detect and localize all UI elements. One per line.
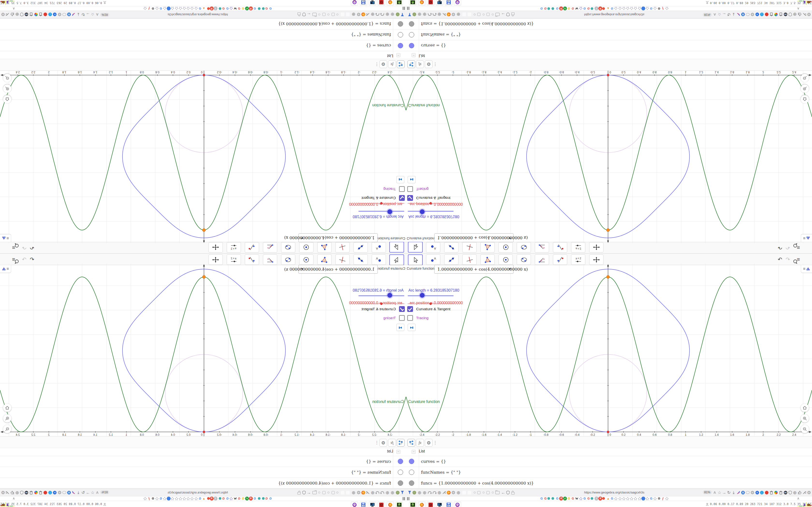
terminal-app-button[interactable] [396, 0, 403, 5]
visibility-toggle-funcs[interactable] [409, 481, 414, 486]
globe-icon[interactable]: ⊕ [390, 11, 395, 18]
tab-favicon[interactable]: Я [598, 497, 602, 501]
translate-icon[interactable]: A [95, 489, 100, 496]
gear-icon[interactable]: ⚙ [451, 11, 456, 18]
tab-favicon[interactable]: G [587, 6, 591, 10]
tab-favicon[interactable] [219, 497, 221, 500]
oval-icon[interactable] [62, 489, 67, 496]
globe-icon[interactable]: ⊕ [437, 489, 442, 496]
visibility-toggle-funcs[interactable] [398, 21, 403, 26]
url-text[interactable]: https://www.geogebra.org/classic/aagcxh3… [584, 11, 644, 18]
gear-icon[interactable]: ⚙ [1, 11, 5, 18]
arc-position-point[interactable] [203, 431, 205, 433]
expression-funcs[interactable]: funcs = {1.000000000000 + cos(4.00000000… [278, 478, 391, 489]
globe-icon[interactable]: ⊕ [417, 11, 422, 18]
terminal-app-button[interactable] [409, 0, 416, 5]
ud-icon[interactable]: UD [24, 489, 29, 496]
back-icon[interactable]: ← [306, 11, 311, 18]
tab-favicon[interactable]: ▲ [202, 497, 206, 501]
firefox-app-button[interactable] [418, 0, 425, 5]
tab-favicon[interactable] [547, 7, 550, 10]
tab-favicon[interactable] [174, 497, 179, 501]
zoom-in-button[interactable] [3, 414, 11, 422]
graph-canvas[interactable]: -2.4-2.2-2-1.8-1.6-1.4-1.2-1-0.8-0.6-0.4… [0, 71, 406, 253]
gauge-icon[interactable] [427, 11, 432, 18]
tab-favicon[interactable] [642, 6, 645, 10]
download-icon[interactable]: ⤓ [731, 489, 736, 496]
folder-icon[interactable] [495, 11, 500, 18]
tab-favicon[interactable] [633, 6, 638, 10]
function-dropdown[interactable]: 1.000000000000 + cos(4.000000000000 x) ▼ [298, 265, 378, 274]
tab-favicon[interactable]: G [587, 497, 591, 501]
tab-favicon[interactable]: f [147, 497, 151, 501]
tracing-checkbox[interactable] [399, 315, 405, 321]
tab-favicon[interactable]: G [221, 497, 225, 501]
curvature-max-point[interactable] [607, 229, 609, 231]
like-icon[interactable] [797, 11, 802, 18]
tab-favicon[interactable]: G [571, 497, 575, 501]
funnel-icon[interactable] [400, 489, 405, 496]
tab-favicon[interactable] [665, 6, 669, 10]
trash-icon[interactable] [29, 11, 34, 18]
expression-funcNames[interactable]: funcNames = {" "} [351, 467, 391, 477]
tab-favicon[interactable]: ⚙ [657, 6, 661, 10]
wrench-icon[interactable] [6, 489, 10, 496]
function-dropdown[interactable]: 1.000000000000 + cos(4.000000000000 x) ▼ [298, 233, 378, 242]
tab-favicon[interactable] [155, 6, 159, 10]
red-circle-icon[interactable] [764, 489, 769, 496]
gear-icon[interactable]: ⚙ [807, 489, 811, 496]
trash-icon[interactable] [39, 11, 43, 18]
ball-icon[interactable] [412, 489, 417, 496]
home-button[interactable] [801, 404, 809, 412]
firefox-app-button[interactable] [418, 502, 425, 507]
tab-favicon[interactable]: i [595, 6, 598, 10]
expression-funcs[interactable]: funcs = {1.000000000000 + cos(4.00000000… [421, 18, 534, 29]
tab-favicon[interactable] [163, 6, 167, 10]
tab-favicon[interactable]: G [582, 497, 587, 501]
tab-favicon[interactable] [190, 6, 194, 10]
visibility-toggle-funcNames[interactable] [409, 469, 414, 475]
download-icon[interactable]: ⤓ [731, 11, 736, 18]
firefox-app-button[interactable] [387, 0, 394, 5]
firefox-icon[interactable] [361, 489, 366, 496]
wrench-icon[interactable] [442, 489, 446, 496]
tab-favicon[interactable]: i [214, 497, 217, 501]
curvature-tangent-checkbox[interactable] [407, 306, 413, 312]
fx-button[interactable]: fx [416, 439, 424, 447]
url-text[interactable]: https://www.geogebra.org/classic/aagcxh3… [168, 489, 228, 496]
package-manager-app-button[interactable] [378, 0, 385, 5]
tab-favicon[interactable]: G [544, 497, 547, 501]
tab-favicon[interactable] [614, 6, 618, 10]
arc-length-slider[interactable] [358, 211, 404, 212]
tab-favicon[interactable]: G [221, 6, 225, 10]
tab-favicon[interactable]: G [544, 6, 547, 10]
translate-icon[interactable]: A [95, 11, 100, 18]
gear-icon[interactable]: ⚙ [451, 489, 456, 496]
tab-favicon[interactable] [194, 6, 198, 10]
tab-favicon[interactable]: W [575, 6, 579, 10]
tab-favicon[interactable]: f [147, 6, 151, 10]
tab-favicon[interactable]: G [610, 6, 614, 10]
tab-favicon[interactable]: Я [210, 6, 214, 10]
tab-favicon[interactable] [579, 497, 582, 501]
tab-favicon[interactable] [653, 6, 657, 10]
arc-position-point[interactable] [607, 431, 609, 433]
like-icon[interactable] [10, 11, 15, 18]
curvature-tangent-checkbox[interactable] [399, 306, 405, 312]
disk-app-button[interactable]: 64 [360, 502, 367, 507]
arc-length-slider-knob[interactable] [420, 209, 424, 214]
tab-favicon[interactable]: W [233, 497, 237, 501]
down-circle-icon[interactable]: ↓ [48, 489, 52, 496]
tab-favicon[interactable]: G [268, 497, 272, 501]
globe-icon[interactable]: ⊕ [370, 11, 375, 18]
globe-icon[interactable]: ⊕ [390, 489, 395, 496]
tab-favicon[interactable]: G [237, 497, 241, 501]
disk-app-button[interactable]: 64 [445, 502, 452, 507]
home-button[interactable] [801, 95, 809, 103]
translate-icon[interactable]: A [712, 489, 717, 496]
visibility-toggle-funcNames[interactable] [398, 469, 403, 475]
back-icon[interactable]: ← [501, 11, 506, 18]
blue-a-icon[interactable]: A [741, 489, 745, 496]
tab-favicon[interactable] [190, 497, 194, 501]
tab-favicon[interactable] [614, 497, 618, 501]
